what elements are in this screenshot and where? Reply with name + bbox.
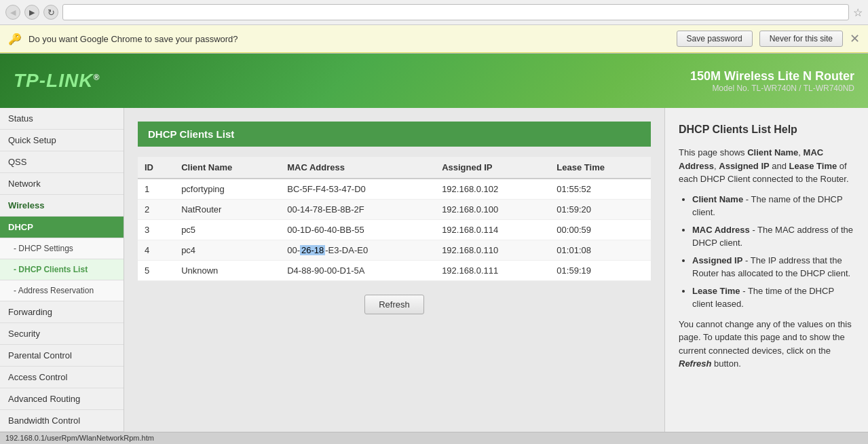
tplink-logo: TP-LINK®: [14, 70, 100, 92]
page-title: DHCP Clients List: [138, 122, 651, 147]
cell-mac: D4-88-90-00-D1-5A: [280, 261, 435, 281]
password-save-bar: 🔑 Do you want Google Chrome to save your…: [0, 25, 868, 53]
cell-assigned-ip: 192.168.0.110: [435, 240, 550, 261]
sidebar-item-dhcp[interactable]: DHCP: [0, 217, 124, 238]
sidebar-item-parental-control[interactable]: Parental Control: [0, 345, 124, 367]
refresh-browser-button[interactable]: ↻: [43, 5, 58, 20]
help-item-assigned-ip: Assigned IP - The IP address that the Ro…: [692, 254, 854, 280]
sidebar: Status Quick Setup QSS Network Wireless …: [0, 108, 124, 444]
refresh-section: Refresh: [138, 295, 651, 314]
sidebar-item-wireless[interactable]: Wireless: [0, 195, 124, 217]
cell-assigned-ip: 192.168.0.102: [435, 179, 550, 200]
table-row: 5 Unknown D4-88-90-00-D1-5A 192.168.0.11…: [138, 261, 651, 281]
cell-client-name: NatRouter: [174, 200, 280, 220]
help-note: You cannot change any of the values on t…: [679, 318, 854, 371]
help-item-client-name: Client Name - The name of the DHCP clien…: [692, 193, 854, 219]
router-model-number: Model No. TL-WR740N / TL-WR740ND: [690, 84, 854, 93]
cell-mac: 00-26-18-E3-DA-E0: [280, 240, 435, 261]
cell-client-name: pc5: [174, 220, 280, 240]
cell-id: 3: [138, 220, 174, 240]
page-wrapper: ◀ ▶ ↻ 192.168.0.1 ☆ 🔑 Do you want Google…: [0, 0, 868, 444]
cell-client-name: Unknown: [174, 261, 280, 281]
sidebar-item-quick-setup[interactable]: Quick Setup: [0, 130, 124, 151]
cell-id: 2: [138, 200, 174, 220]
col-lease-time: Lease Time: [550, 157, 651, 179]
password-bar-close-button[interactable]: ✕: [850, 31, 860, 46]
sidebar-item-network[interactable]: Network: [0, 173, 124, 195]
help-panel: DHCP Clients List Help This page shows C…: [664, 108, 868, 444]
cell-assigned-ip: 192.168.0.100: [435, 200, 550, 220]
cell-assigned-ip: 192.168.0.114: [435, 220, 550, 240]
table-row: 3 pc5 00-1D-60-40-BB-55 192.168.0.114 00…: [138, 220, 651, 240]
router-info: 150M Wireless Lite N Router Model No. TL…: [690, 69, 854, 93]
page-content: Status Quick Setup QSS Network Wireless …: [0, 108, 868, 444]
cell-mac: 00-1D-60-40-BB-55: [280, 220, 435, 240]
sidebar-item-address-reservation[interactable]: - Address Reservation: [0, 280, 124, 301]
clients-table: ID Client Name MAC Address Assigned IP L…: [138, 157, 651, 281]
never-for-site-button[interactable]: Never for this site: [759, 31, 843, 47]
cell-lease-time: 01:59:19: [550, 261, 651, 281]
back-button[interactable]: ◀: [5, 5, 20, 20]
sidebar-item-status[interactable]: Status: [0, 108, 124, 130]
sidebar-item-bandwidth-control[interactable]: Bandwidth Control: [0, 410, 124, 432]
sidebar-item-forwarding[interactable]: Forwarding: [0, 301, 124, 323]
sidebar-item-access-control[interactable]: Access Control: [0, 367, 124, 388]
main-panel: DHCP Clients List ID Client Name MAC Add…: [124, 108, 664, 444]
col-mac-address: MAC Address: [280, 157, 435, 179]
cell-assigned-ip: 192.168.0.111: [435, 261, 550, 281]
help-list: Client Name - The name of the DHCP clien…: [692, 193, 854, 311]
cell-mac: 00-14-78-EB-8B-2F: [280, 200, 435, 220]
sidebar-item-dhcp-settings[interactable]: - DHCP Settings: [0, 238, 124, 259]
table-row: 4 pc4 00-26-18-E3-DA-E0 192.168.0.110 01…: [138, 240, 651, 261]
bookmark-icon[interactable]: ☆: [853, 6, 863, 19]
status-bar: 192.168.0.1/userRpm/WlanNetworkRpm.htm: [0, 432, 868, 444]
cell-mac: BC-5F-F4-53-47-D0: [280, 179, 435, 200]
cell-id: 4: [138, 240, 174, 261]
router-header: TP-LINK® 150M Wireless Lite N Router Mod…: [0, 54, 868, 108]
router-model-name: 150M Wireless Lite N Router: [690, 69, 854, 84]
col-client-name: Client Name: [174, 157, 280, 179]
cell-lease-time: 01:55:52: [550, 179, 651, 200]
password-bar-message: Do you want Google Chrome to save your p…: [29, 34, 670, 44]
table-row: 1 pcfortyping BC-5F-F4-53-47-D0 192.168.…: [138, 179, 651, 200]
sidebar-item-qss[interactable]: QSS: [0, 151, 124, 173]
browser-toolbar: ◀ ▶ ↻ 192.168.0.1 ☆: [0, 0, 868, 25]
col-id: ID: [138, 157, 174, 179]
cell-lease-time: 00:00:59: [550, 220, 651, 240]
cell-client-name: pc4: [174, 240, 280, 261]
table-row: 2 NatRouter 00-14-78-EB-8B-2F 192.168.0.…: [138, 200, 651, 220]
cell-lease-time: 01:01:08: [550, 240, 651, 261]
cell-id: 1: [138, 179, 174, 200]
address-bar: 192.168.0.1: [62, 4, 849, 20]
browser-chrome: ◀ ▶ ↻ 192.168.0.1 ☆ 🔑 Do you want Google…: [0, 0, 868, 54]
cell-lease-time: 01:59:20: [550, 200, 651, 220]
help-intro: This page shows Client Name, MAC Address…: [679, 146, 854, 186]
help-title: DHCP Clients List Help: [679, 122, 854, 138]
key-icon: 🔑: [8, 33, 22, 45]
cell-id: 5: [138, 261, 174, 281]
forward-button[interactable]: ▶: [24, 5, 39, 20]
sidebar-item-security[interactable]: Security: [0, 323, 124, 345]
sidebar-item-dhcp-clients[interactable]: - DHCP Clients List: [0, 259, 124, 280]
col-assigned-ip: Assigned IP: [435, 157, 550, 179]
save-password-button[interactable]: Save password: [677, 31, 753, 47]
router-section: TP-LINK® 150M Wireless Lite N Router Mod…: [0, 54, 868, 444]
cell-client-name: pcfortyping: [174, 179, 280, 200]
refresh-button[interactable]: Refresh: [364, 295, 424, 314]
help-item-mac-address: MAC Address - The MAC address of the DHC…: [692, 223, 854, 250]
url-input[interactable]: 192.168.0.1: [69, 7, 843, 18]
sidebar-item-advanced-routing[interactable]: Advanced Routing: [0, 388, 124, 410]
help-item-lease-time: Lease Time - The time of the DHCP client…: [692, 284, 854, 311]
status-bar-text: 192.168.0.1/userRpm/WlanNetworkRpm.htm: [5, 434, 154, 442]
